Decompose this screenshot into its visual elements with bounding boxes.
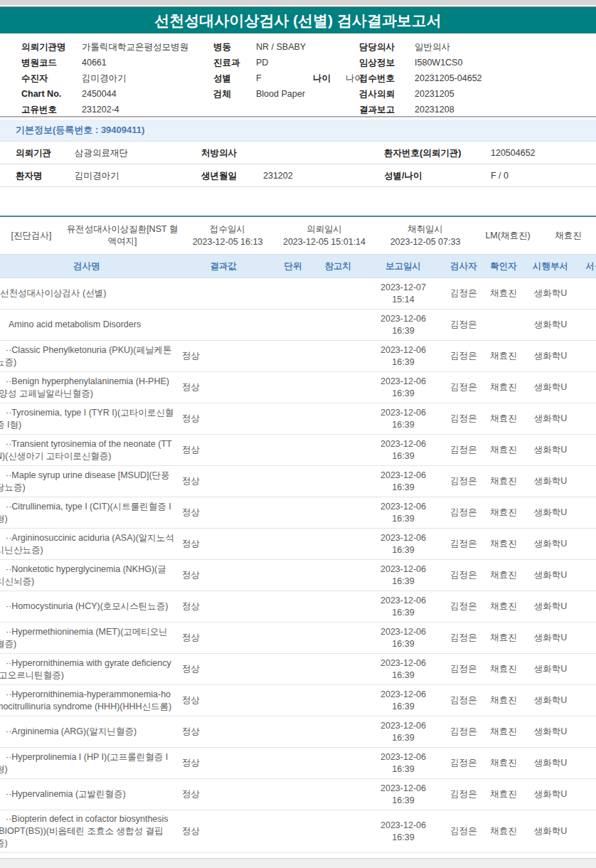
verifier-name: 채효진: [484, 350, 523, 362]
report-datetime: 2023-12-06 16:39: [375, 563, 432, 588]
test-result: 정상: [174, 726, 273, 738]
tester-name: 김정은: [444, 538, 484, 550]
field-value: 20231205: [415, 89, 454, 99]
requested-value: 2023-12-05 15:01:14: [273, 235, 376, 248]
result-row: Amino acid metabolism Disorders 2023-12-…: [0, 309, 596, 341]
field-value: F: [256, 73, 313, 83]
test-result: 정상: [174, 350, 273, 362]
test-name: ··Maple syrup urine disease [MSUD](단풍당뇨증…: [0, 470, 175, 494]
basic-info-heading: 기본정보(등록번호 : 39409411): [16, 124, 144, 137]
department: 생화학U: [523, 287, 578, 300]
basic-info-band: 기본정보(등록번호 : 39409411): [0, 120, 596, 142]
field-label: 의뢰기관: [16, 147, 51, 159]
test-result: 정상: [174, 444, 273, 456]
collected-value: 2023-12-05 07:33: [376, 235, 475, 248]
field-value: 20231208: [415, 105, 454, 115]
verifier-name: 채효진: [484, 788, 523, 800]
field-value: 120504652: [491, 148, 536, 158]
tester-name: 김정은: [444, 788, 484, 800]
result-row: ··Hyperprolinemia I (HP I)(고프롤린혈증 I형) 정상…: [0, 748, 596, 779]
result-row: ··Transient tyrosinemia of the neonate (…: [0, 435, 596, 466]
header-field-row: 병동NR / SBABY: [213, 39, 363, 55]
field-value: 삼광의료재단: [75, 147, 128, 159]
column-header: 단위: [273, 260, 313, 272]
field-value: PD: [256, 58, 313, 68]
tester-name: 김정은: [444, 319, 484, 331]
department: 생화학U: [523, 444, 578, 456]
report-datetime: 2023-12-06 16:39: [375, 720, 432, 744]
report-datetime: 2023-12-06 16:39: [375, 438, 432, 462]
report-datetime: 2023-12-06 16:39: [375, 657, 432, 682]
field-value: 231202-4: [82, 105, 119, 115]
field-value: 일반의사: [415, 41, 450, 53]
test-name: ··Hyperornithinemia-hyperammonemia-homoc…: [0, 689, 175, 713]
department: 생화학U: [523, 757, 578, 769]
field-label: 진료과: [213, 57, 256, 69]
test-result: 정상: [174, 538, 273, 550]
verifier-name: 채효진: [484, 694, 523, 706]
tester-name: 김정은: [444, 757, 484, 769]
field-label: 처방의사: [201, 147, 237, 159]
test-name: ··Argininemia (ARG)(알지닌혈증): [0, 726, 175, 738]
field-label: 병동: [213, 41, 256, 53]
field-label: 수진자: [21, 73, 82, 85]
header-field-row: 결과보고20231208: [359, 102, 482, 117]
tester-name: 김정은: [444, 726, 484, 738]
received-datetime-block: 접수일시 2023-12-05 16:13: [182, 223, 273, 248]
top-margin-strip: [0, 0, 596, 5]
department: 생화학U: [523, 475, 578, 487]
tester-name: 김정은: [444, 694, 484, 706]
phlebotomist-name: 채효진: [541, 229, 596, 242]
test-result: 정상: [174, 694, 273, 706]
report-datetime: 2023-12-06 16:39: [375, 344, 432, 369]
report-datetime: 2023-12-06 16:39: [375, 407, 432, 431]
field-value: F / 0: [491, 171, 509, 181]
field-value: 가톨릭대학교은평성모병원: [82, 41, 188, 53]
department: 생화학U: [523, 381, 578, 393]
column-header: 확인자: [484, 260, 523, 272]
report-datetime: 2023-12-06 16:39: [375, 501, 432, 525]
field-label: 결과보고: [359, 104, 415, 116]
report-datetime: 2023-12-06 16:39: [375, 470, 432, 494]
result-row: ··Maple syrup urine disease [MSUD](단풍당뇨증…: [0, 466, 596, 497]
report-datetime: 2023-12-06 16:39: [375, 532, 432, 556]
test-name: ··Benign hyperphenylalaninemia (H-PHE)(양…: [0, 376, 175, 400]
test-result: 정상: [174, 788, 273, 800]
tester-name: 김정은: [444, 825, 484, 837]
report-page: 선천성대사이상검사 (선별) 검사결과보고서 의뢰기관명가톨릭대학교은평성모병원…: [0, 0, 596, 868]
patient-info-row: 환자명김미경아기생년월일231202성별/나이F / 0: [0, 164, 596, 187]
header-group-left: 의뢰기관명가톨릭대학교은평성모병원병원코드40661수진자김미경아기Chart …: [21, 39, 188, 117]
test-name: ··Classic Phenylketonuria (PKU)(페닐케톤뇨증): [0, 344, 175, 369]
result-row: ··Argininemia (ARG)(알지닌혈증) 정상 2023-12-06…: [0, 716, 596, 748]
tester-name: 김정은: [444, 350, 484, 362]
field-value: 김미경아기: [75, 169, 119, 181]
department: 생화학U: [523, 350, 578, 362]
department: 생화학U: [523, 319, 578, 331]
requested-label: 의뢰일시: [273, 223, 376, 235]
header-field-row: 의뢰기관명가톨릭대학교은평성모병원: [21, 39, 188, 55]
header-field-row: 임상정보I580W1CS0: [359, 55, 482, 70]
verifier-name: 채효진: [484, 632, 523, 644]
header-info-section: 의뢰기관명가톨릭대학교은평성모병원병원코드40661수진자김미경아기Chart …: [0, 33, 596, 116]
test-result: 정상: [174, 381, 273, 393]
department: 생화학U: [523, 632, 578, 644]
header-field-row: 성별F나이나이: [213, 70, 363, 86]
header-field-row: 접수번호20231205-04652: [359, 70, 482, 86]
test-name: ··Citrullinemia, type I (CIT)(시트룰린혈증 I형): [0, 501, 175, 525]
tester-name: 김정은: [444, 507, 484, 519]
department: 생화학U: [523, 694, 578, 706]
result-row: ··Citrullinemia, type I (CIT)(시트룰린혈증 I형)…: [0, 497, 596, 529]
header-field-row: 검체Blood Paper: [213, 86, 363, 102]
verifier-name: 채효진: [484, 825, 523, 837]
bottom-strip: [0, 858, 596, 868]
requested-datetime-block: 의뢰일시 2023-12-05 15:01:14: [273, 223, 376, 248]
test-name: ··Nonketotic hyperglycinemia (NKHG)(글리신뇌…: [0, 563, 175, 588]
test-result: 정상: [174, 632, 273, 644]
field-label: 담당의사: [359, 41, 415, 53]
report-title: 선천성대사이상검사 (선별) 검사결과보고서: [154, 11, 442, 31]
report-datetime: 2023-12-06 16:39: [375, 376, 432, 400]
verifier-name: 채효진: [484, 569, 523, 581]
column-header: 검사명: [0, 260, 174, 272]
field-value: 2450044: [82, 89, 117, 99]
tester-name: 김정은: [444, 663, 484, 675]
